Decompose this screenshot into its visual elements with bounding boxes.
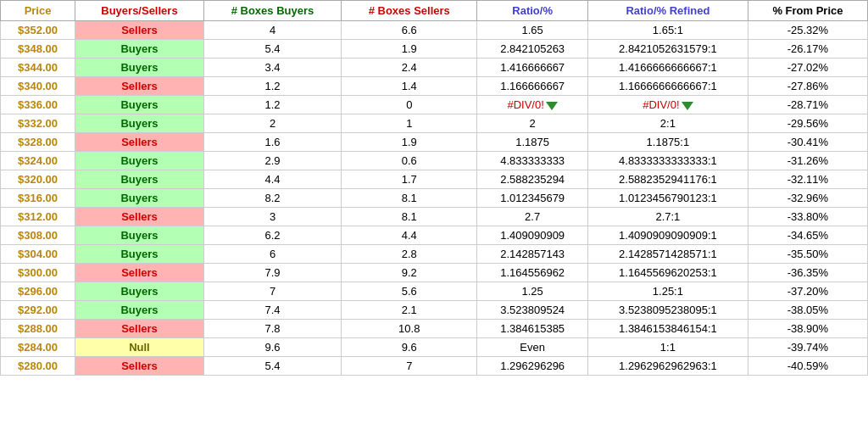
cell-ratio: 1.164556962	[477, 264, 588, 282]
cell-boxes-buyers: 5.4	[203, 357, 341, 376]
cell-price: $280.00	[1, 357, 75, 376]
cell-boxes-sellers: 1.9	[342, 40, 477, 59]
cell-price: $304.00	[1, 245, 75, 264]
cell-boxes-sellers: 4.4	[342, 226, 477, 245]
cell-ratio: 2.588235294	[477, 170, 588, 189]
table-row: $292.00Buyers7.42.13.5238095243.52380952…	[1, 301, 868, 320]
cell-from-price: -35.50%	[748, 245, 867, 264]
cell-ratio: 1.012345679	[477, 189, 588, 208]
header-buyers-sellers: Buyers/Sellers	[75, 1, 204, 21]
table-row: $308.00Buyers6.24.41.4090909091.40909090…	[1, 226, 868, 245]
main-table-wrapper: Price Buyers/Sellers # Boxes Buyers # Bo…	[0, 0, 868, 376]
cell-boxes-sellers: 2.1	[342, 301, 477, 320]
cell-ratio: #DIV/0!	[477, 96, 588, 114]
cell-price: $308.00	[1, 226, 75, 245]
cell-ratio-refined: 1.1875:1	[587, 133, 748, 152]
cell-from-price: -29.56%	[748, 114, 867, 133]
cell-buyers-sellers: Buyers	[75, 245, 204, 264]
cell-buyers-sellers: Buyers	[75, 170, 204, 189]
cell-from-price: -32.11%	[748, 170, 867, 189]
arrow-icon	[682, 102, 693, 110]
table-row: $348.00Buyers5.41.92.8421052632.84210526…	[1, 40, 868, 59]
cell-price: $340.00	[1, 77, 75, 96]
table-row: $340.00Sellers1.21.41.1666666671.1666666…	[1, 77, 868, 96]
cell-boxes-buyers: 2	[203, 114, 341, 133]
cell-from-price: -37.20%	[748, 282, 867, 301]
cell-boxes-buyers: 1.2	[203, 96, 341, 114]
cell-ratio: 1.296296296	[477, 357, 588, 376]
cell-ratio: 1.384615385	[477, 320, 588, 338]
cell-buyers-sellers: Buyers	[75, 282, 204, 301]
table-row: $320.00Buyers4.41.72.5882352942.58823529…	[1, 170, 868, 189]
cell-price: $320.00	[1, 170, 75, 189]
cell-boxes-sellers: 8.1	[342, 208, 477, 226]
cell-boxes-sellers: 2.8	[342, 245, 477, 264]
cell-boxes-buyers: 5.4	[203, 40, 341, 59]
table-row: $352.00Sellers46.61.651.65:1-25.32%	[1, 21, 868, 40]
cell-from-price: -28.71%	[748, 96, 867, 114]
cell-ratio-refined: 2.1428571428571:1	[587, 245, 748, 264]
cell-ratio-refined: 3.5238095238095:1	[587, 301, 748, 320]
cell-ratio-refined: 2:1	[587, 114, 748, 133]
cell-ratio-refined: 1.1645569620253:1	[587, 264, 748, 282]
cell-ratio: 1.409090909	[477, 226, 588, 245]
cell-ratio: 1.1875	[477, 133, 588, 152]
header-boxes-buyers: # Boxes Buyers	[203, 1, 341, 21]
table-row: $312.00Sellers38.12.72.7:1-33.80%	[1, 208, 868, 226]
cell-ratio-refined: 1.4166666666667:1	[587, 59, 748, 77]
cell-buyers-sellers: Sellers	[75, 320, 204, 338]
cell-price: $332.00	[1, 114, 75, 133]
cell-from-price: -27.02%	[748, 59, 867, 77]
cell-buyers-sellers: Buyers	[75, 226, 204, 245]
cell-boxes-buyers: 4.4	[203, 170, 341, 189]
cell-ratio: 1.25	[477, 282, 588, 301]
table-row: $300.00Sellers7.99.21.1645569621.1645569…	[1, 264, 868, 282]
cell-ratio: 3.523809524	[477, 301, 588, 320]
cell-ratio: 2.7	[477, 208, 588, 226]
cell-boxes-sellers: 2.4	[342, 59, 477, 77]
table-row: $284.00Null9.69.6Even1:1-39.74%	[1, 338, 868, 357]
cell-from-price: -38.90%	[748, 320, 867, 338]
cell-from-price: -30.41%	[748, 133, 867, 152]
header-ratio: Ratio/%	[477, 1, 588, 21]
cell-ratio-refined: 4.8333333333333:1	[587, 152, 748, 170]
cell-ratio-refined: 2.7:1	[587, 208, 748, 226]
cell-price: $300.00	[1, 264, 75, 282]
cell-ratio: 1.416666667	[477, 59, 588, 77]
cell-ratio-refined: 1:1	[587, 338, 748, 357]
cell-ratio-refined: 2.8421052631579:1	[587, 40, 748, 59]
cell-from-price: -25.32%	[748, 21, 867, 40]
cell-boxes-buyers: 9.6	[203, 338, 341, 357]
cell-ratio: 4.833333333	[477, 152, 588, 170]
cell-boxes-sellers: 0	[342, 96, 477, 114]
cell-boxes-buyers: 3	[203, 208, 341, 226]
cell-from-price: -40.59%	[748, 357, 867, 376]
cell-buyers-sellers: Sellers	[75, 357, 204, 376]
cell-boxes-sellers: 1	[342, 114, 477, 133]
cell-buyers-sellers: Buyers	[75, 152, 204, 170]
cell-from-price: -36.35%	[748, 264, 867, 282]
table-row: $296.00Buyers75.61.251.25:1-37.20%	[1, 282, 868, 301]
cell-boxes-buyers: 7.4	[203, 301, 341, 320]
cell-buyers-sellers: Sellers	[75, 77, 204, 96]
cell-ratio-refined: 1.1666666666667:1	[587, 77, 748, 96]
cell-price: $328.00	[1, 133, 75, 152]
data-table: Price Buyers/Sellers # Boxes Buyers # Bo…	[0, 0, 868, 376]
cell-boxes-buyers: 1.2	[203, 77, 341, 96]
cell-buyers-sellers: Null	[75, 338, 204, 357]
cell-boxes-sellers: 7	[342, 357, 477, 376]
arrow-icon	[546, 102, 558, 110]
table-row: $336.00Buyers1.20#DIV/0!#DIV/0!-28.71%	[1, 96, 868, 114]
cell-boxes-buyers: 8.2	[203, 189, 341, 208]
cell-buyers-sellers: Buyers	[75, 96, 204, 114]
cell-ratio-refined: 1.0123456790123:1	[587, 189, 748, 208]
cell-buyers-sellers: Sellers	[75, 21, 204, 40]
cell-price: $316.00	[1, 189, 75, 208]
cell-ratio-refined: 1.25:1	[587, 282, 748, 301]
cell-ratio-refined: 1.4090909090909:1	[587, 226, 748, 245]
cell-buyers-sellers: Buyers	[75, 40, 204, 59]
cell-boxes-buyers: 6	[203, 245, 341, 264]
cell-boxes-sellers: 10.8	[342, 320, 477, 338]
cell-ratio: 2.142857143	[477, 245, 588, 264]
cell-buyers-sellers: Buyers	[75, 114, 204, 133]
